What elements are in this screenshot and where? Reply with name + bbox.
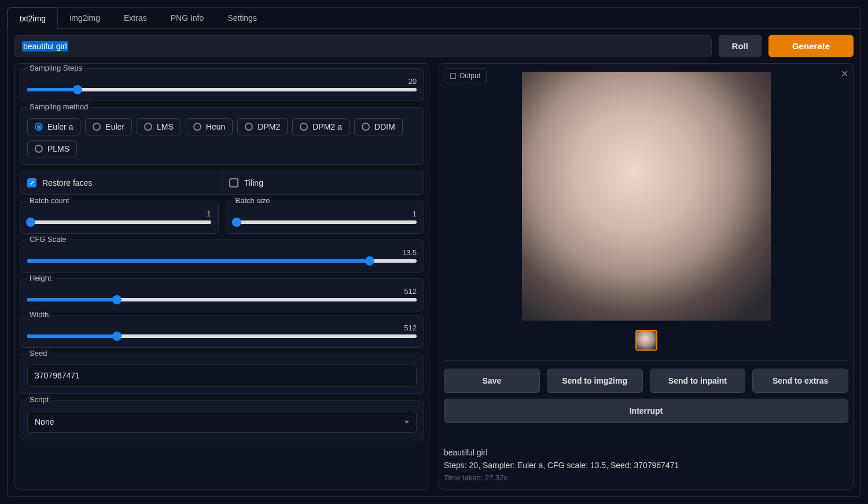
info-time-taken: Time taken: 27.32s bbox=[444, 472, 848, 484]
script-field: Script None bbox=[20, 400, 424, 440]
main-tabs: txt2img img2img Extras PNG Info Settings bbox=[8, 8, 860, 29]
cfg-scale-label: CFG Scale bbox=[27, 235, 69, 244]
send-extras-button[interactable]: Send to extras bbox=[752, 369, 848, 393]
tab-png-info[interactable]: PNG Info bbox=[159, 8, 216, 28]
radio-ddim[interactable]: DDIM bbox=[354, 118, 403, 135]
save-button[interactable]: Save bbox=[444, 369, 540, 393]
tab-settings[interactable]: Settings bbox=[216, 8, 269, 28]
tiling-label: Tiling bbox=[244, 178, 263, 187]
tab-txt2img[interactable]: txt2img bbox=[8, 8, 58, 29]
radio-heun[interactable]: Heun bbox=[186, 118, 233, 135]
sampling-steps-value: 20 bbox=[409, 77, 417, 86]
width-value: 512 bbox=[404, 323, 417, 332]
batch-count-value: 1 bbox=[207, 209, 211, 218]
seed-field: Seed bbox=[20, 354, 424, 394]
settings-panel: Sampling Steps 20 Sampling method Euler … bbox=[14, 63, 429, 490]
roll-button[interactable]: Roll bbox=[719, 35, 762, 57]
seed-input[interactable] bbox=[27, 365, 417, 387]
prompt-text: beautiful girl bbox=[22, 41, 68, 51]
cfg-scale-field: CFG Scale 13.5 bbox=[20, 240, 424, 273]
batch-count-slider[interactable] bbox=[27, 220, 211, 224]
send-inpaint-button[interactable]: Send to inpaint bbox=[650, 369, 746, 393]
tiling-box bbox=[229, 178, 238, 187]
radio-lms[interactable]: LMS bbox=[137, 118, 181, 135]
generate-button[interactable]: Generate bbox=[768, 35, 854, 57]
batch-count-label: Batch count bbox=[27, 196, 72, 205]
batch-size-label: Batch size bbox=[233, 196, 273, 205]
height-value: 512 bbox=[404, 287, 417, 296]
expand-icon bbox=[450, 73, 456, 79]
width-field: Width 512 bbox=[20, 315, 424, 348]
seed-label: Seed bbox=[27, 349, 49, 358]
width-label: Width bbox=[27, 310, 51, 319]
send-img2img-button[interactable]: Send to img2img bbox=[547, 369, 643, 393]
generated-image[interactable] bbox=[522, 72, 771, 321]
batch-size-value: 1 bbox=[413, 209, 417, 218]
radio-euler-a[interactable]: Euler a bbox=[27, 118, 80, 135]
script-label: Script bbox=[27, 395, 51, 404]
restore-faces-box bbox=[27, 178, 36, 187]
script-selected: None bbox=[35, 417, 54, 426]
cfg-scale-value: 13.5 bbox=[402, 248, 417, 257]
cfg-scale-slider[interactable] bbox=[27, 259, 417, 263]
radio-euler[interactable]: Euler bbox=[85, 118, 132, 135]
script-select[interactable]: None bbox=[27, 411, 417, 433]
tab-extras[interactable]: Extras bbox=[112, 8, 159, 28]
height-slider[interactable] bbox=[27, 298, 417, 301]
chevron-down-icon bbox=[404, 421, 409, 424]
info-prompt: beautiful girl bbox=[444, 446, 848, 459]
sampling-steps-label: Sampling Steps bbox=[27, 64, 84, 72]
output-panel: Output ✕ Save Send to img2img Send to in… bbox=[439, 63, 854, 490]
image-thumbnail[interactable] bbox=[635, 330, 657, 351]
batch-count-field: Batch count 1 bbox=[20, 201, 219, 234]
sampling-steps-field: Sampling Steps 20 bbox=[20, 68, 424, 101]
tab-img2img[interactable]: img2img bbox=[58, 8, 112, 28]
radio-plms[interactable]: PLMS bbox=[27, 140, 77, 157]
height-label: Height bbox=[27, 274, 54, 282]
tiling-checkbox[interactable]: Tiling bbox=[222, 171, 424, 194]
sampling-steps-slider[interactable] bbox=[27, 88, 417, 91]
info-params: Steps: 20, Sampler: Euler a, CFG scale: … bbox=[444, 459, 848, 472]
sampling-method-field: Sampling method Euler a Euler LMS Heun D… bbox=[20, 107, 424, 165]
batch-size-slider[interactable] bbox=[233, 220, 417, 224]
sampling-method-label: Sampling method bbox=[27, 102, 90, 111]
prompt-input[interactable]: beautiful girl bbox=[14, 35, 712, 57]
batch-size-field: Batch size 1 bbox=[226, 201, 425, 234]
height-field: Height 512 bbox=[20, 278, 424, 311]
radio-dpm2[interactable]: DPM2 bbox=[237, 118, 288, 135]
radio-dpm2-a[interactable]: DPM2 a bbox=[292, 118, 350, 135]
width-slider[interactable] bbox=[27, 334, 417, 338]
restore-faces-label: Restore faces bbox=[42, 178, 92, 187]
restore-faces-checkbox[interactable]: Restore faces bbox=[20, 171, 222, 194]
toggles-row: Restore faces Tiling bbox=[20, 171, 424, 195]
interrupt-button[interactable]: Interrupt bbox=[444, 399, 848, 423]
generation-info: beautiful girl Steps: 20, Sampler: Euler… bbox=[444, 446, 848, 484]
